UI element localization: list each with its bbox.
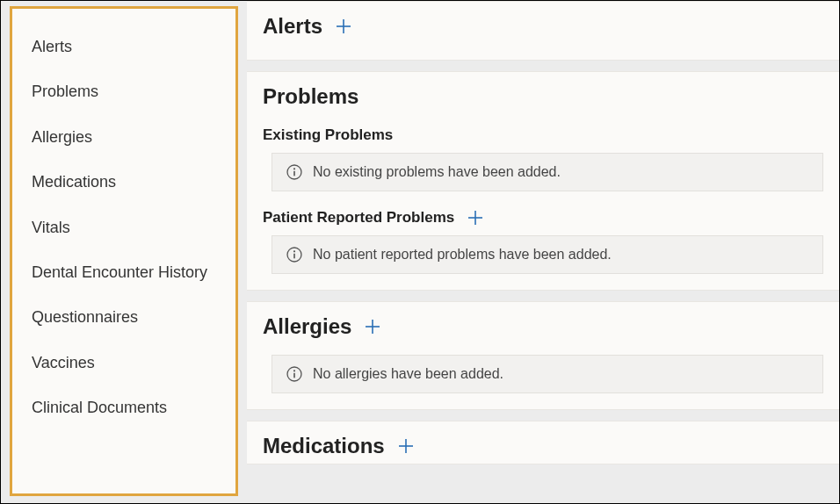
sidebar-item-medications[interactable]: Medications <box>32 160 235 205</box>
svg-point-13 <box>293 370 295 371</box>
patient-reported-problems-empty-box: No patient reported problems have been a… <box>272 235 823 274</box>
add-medication-icon[interactable] <box>397 437 415 455</box>
section-title-medications: Medications <box>263 434 385 458</box>
patient-reported-problems-label: Patient Reported Problems <box>263 209 454 227</box>
section-title-alerts: Alerts <box>263 14 322 39</box>
svg-rect-9 <box>293 254 295 259</box>
section-header-alerts: Alerts <box>263 14 823 39</box>
allergies-empty-box: No allergies have been added. <box>272 355 823 393</box>
existing-problems-empty-box: No existing problems have been added. <box>272 153 823 191</box>
patient-reported-problems-empty-text: No patient reported problems have been a… <box>313 247 612 263</box>
sidebar-item-questionnaires[interactable]: Questionnaires <box>32 295 235 340</box>
sidebar-item-alerts[interactable]: Alerts <box>32 25 235 69</box>
section-title-allergies: Allergies <box>263 314 351 339</box>
sidebar: Alerts Problems Allergies Medications Vi… <box>10 6 238 496</box>
section-medications: Medications <box>247 421 839 464</box>
svg-rect-14 <box>293 373 295 378</box>
section-title-problems: Problems <box>263 84 358 109</box>
allergies-empty-text: No allergies have been added. <box>313 366 503 382</box>
existing-problems-heading: Existing Problems <box>263 126 823 144</box>
patient-reported-problems-heading: Patient Reported Problems <box>263 209 823 227</box>
add-patient-reported-problem-icon[interactable] <box>467 209 484 227</box>
app-frame: Alerts Problems Allergies Medications Vi… <box>0 0 840 504</box>
section-problems: Problems Existing Problems No existing p… <box>247 71 839 291</box>
svg-point-3 <box>293 168 295 169</box>
existing-problems-label: Existing Problems <box>263 126 393 144</box>
section-header-problems: Problems <box>263 84 823 109</box>
svg-rect-4 <box>293 171 295 176</box>
info-icon <box>286 366 302 382</box>
existing-problems-empty-text: No existing problems have been added. <box>313 164 561 180</box>
info-icon <box>286 247 302 263</box>
section-header-allergies: Allergies <box>263 314 823 339</box>
sidebar-item-problems[interactable]: Problems <box>32 69 235 114</box>
add-alert-icon[interactable] <box>335 18 352 35</box>
section-alerts: Alerts <box>247 1 839 61</box>
info-icon <box>286 164 302 180</box>
add-allergy-icon[interactable] <box>364 318 381 335</box>
svg-point-8 <box>293 250 295 252</box>
sidebar-item-vaccines[interactable]: Vaccines <box>32 341 235 385</box>
main-content: Alerts Problems Existing Problems No exi… <box>247 1 839 503</box>
sidebar-item-clinical-documents[interactable]: Clinical Documents <box>32 385 235 430</box>
sidebar-item-allergies[interactable]: Allergies <box>32 115 235 160</box>
sidebar-item-dental-encounter-history[interactable]: Dental Encounter History <box>32 250 235 295</box>
section-header-medications: Medications <box>263 434 823 458</box>
sidebar-item-vitals[interactable]: Vitals <box>32 205 235 250</box>
section-allergies: Allergies No allergies have been added. <box>247 301 839 410</box>
